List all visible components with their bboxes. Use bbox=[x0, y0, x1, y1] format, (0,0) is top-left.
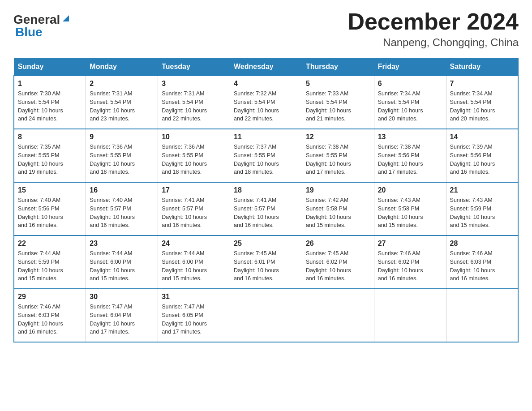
calendar-cell: 6 Sunrise: 7:34 AMSunset: 5:54 PMDayligh… bbox=[374, 76, 446, 129]
calendar-cell: 7 Sunrise: 7:34 AMSunset: 5:54 PMDayligh… bbox=[446, 76, 518, 129]
day-number: 2 bbox=[90, 80, 154, 88]
day-info: Sunrise: 7:38 AMSunset: 5:56 PMDaylight:… bbox=[378, 144, 423, 175]
header-sunday: Sunday bbox=[14, 58, 86, 76]
svg-marker-0 bbox=[63, 15, 69, 21]
day-number: 21 bbox=[450, 186, 514, 194]
calendar-cell: 18 Sunrise: 7:41 AMSunset: 5:57 PMDaylig… bbox=[230, 182, 302, 235]
header-thursday: Thursday bbox=[302, 58, 374, 76]
day-info: Sunrise: 7:39 AMSunset: 5:56 PMDaylight:… bbox=[450, 144, 495, 175]
day-info: Sunrise: 7:46 AMSunset: 6:02 PMDaylight:… bbox=[378, 250, 423, 282]
day-number: 25 bbox=[234, 240, 298, 248]
calendar-cell: 9 Sunrise: 7:36 AMSunset: 5:55 PMDayligh… bbox=[86, 129, 158, 182]
week-row-5: 29 Sunrise: 7:46 AMSunset: 6:03 PMDaylig… bbox=[14, 289, 518, 342]
week-row-1: 1 Sunrise: 7:30 AMSunset: 5:54 PMDayligh… bbox=[14, 76, 518, 129]
calendar-cell: 15 Sunrise: 7:40 AMSunset: 5:56 PMDaylig… bbox=[14, 182, 86, 235]
day-info: Sunrise: 7:44 AMSunset: 5:59 PMDaylight:… bbox=[18, 250, 63, 282]
day-number: 12 bbox=[306, 133, 370, 141]
day-info: Sunrise: 7:32 AMSunset: 5:54 PMDaylight:… bbox=[234, 90, 279, 122]
day-number: 22 bbox=[18, 240, 82, 248]
calendar-cell: 23 Sunrise: 7:44 AMSunset: 6:00 PMDaylig… bbox=[86, 235, 158, 289]
day-number: 14 bbox=[450, 133, 514, 141]
header-monday: Monday bbox=[86, 58, 158, 76]
day-number: 19 bbox=[306, 186, 370, 194]
day-info: Sunrise: 7:47 AMSunset: 6:05 PMDaylight:… bbox=[162, 304, 207, 335]
calendar-cell: 25 Sunrise: 7:45 AMSunset: 6:01 PMDaylig… bbox=[230, 235, 302, 289]
day-info: Sunrise: 7:44 AMSunset: 6:00 PMDaylight:… bbox=[90, 250, 135, 282]
calendar-table: SundayMondayTuesdayWednesdayThursdayFrid… bbox=[13, 58, 519, 342]
calendar-header-row: SundayMondayTuesdayWednesdayThursdayFrid… bbox=[14, 58, 518, 76]
week-row-3: 15 Sunrise: 7:40 AMSunset: 5:56 PMDaylig… bbox=[14, 182, 518, 235]
calendar-cell: 3 Sunrise: 7:31 AMSunset: 5:54 PMDayligh… bbox=[158, 76, 230, 129]
day-info: Sunrise: 7:35 AMSunset: 5:55 PMDaylight:… bbox=[18, 144, 63, 175]
calendar-cell: 4 Sunrise: 7:32 AMSunset: 5:54 PMDayligh… bbox=[230, 76, 302, 129]
day-number: 8 bbox=[18, 133, 82, 141]
day-number: 23 bbox=[90, 240, 154, 248]
calendar-cell: 27 Sunrise: 7:46 AMSunset: 6:02 PMDaylig… bbox=[374, 235, 446, 289]
day-info: Sunrise: 7:33 AMSunset: 5:54 PMDaylight:… bbox=[306, 90, 351, 122]
logo-blue: Blue bbox=[15, 26, 71, 39]
day-number: 18 bbox=[234, 186, 298, 194]
calendar-cell: 11 Sunrise: 7:37 AMSunset: 5:55 PMDaylig… bbox=[230, 129, 302, 182]
month-title: December 2024 bbox=[348, 9, 519, 34]
header-saturday: Saturday bbox=[446, 58, 518, 76]
day-info: Sunrise: 7:44 AMSunset: 6:00 PMDaylight:… bbox=[162, 250, 207, 282]
calendar-cell: 29 Sunrise: 7:46 AMSunset: 6:03 PMDaylig… bbox=[14, 289, 86, 342]
calendar-cell: 17 Sunrise: 7:41 AMSunset: 5:57 PMDaylig… bbox=[158, 182, 230, 235]
logo-triangle-icon bbox=[61, 13, 71, 23]
day-number: 1 bbox=[18, 80, 82, 88]
day-info: Sunrise: 7:47 AMSunset: 6:04 PMDaylight:… bbox=[90, 304, 135, 335]
day-info: Sunrise: 7:31 AMSunset: 5:54 PMDaylight:… bbox=[162, 90, 207, 122]
day-info: Sunrise: 7:46 AMSunset: 6:03 PMDaylight:… bbox=[18, 304, 63, 335]
calendar-cell: 5 Sunrise: 7:33 AMSunset: 5:54 PMDayligh… bbox=[302, 76, 374, 129]
calendar-cell: 16 Sunrise: 7:40 AMSunset: 5:57 PMDaylig… bbox=[86, 182, 158, 235]
day-number: 9 bbox=[90, 133, 154, 141]
day-number: 24 bbox=[162, 240, 226, 248]
calendar-cell: 2 Sunrise: 7:31 AMSunset: 5:54 PMDayligh… bbox=[86, 76, 158, 129]
logo-general: General bbox=[13, 13, 60, 26]
header-wednesday: Wednesday bbox=[230, 58, 302, 76]
calendar-cell: 21 Sunrise: 7:43 AMSunset: 5:59 PMDaylig… bbox=[446, 182, 518, 235]
day-number: 28 bbox=[450, 240, 514, 248]
header-tuesday: Tuesday bbox=[158, 58, 230, 76]
day-info: Sunrise: 7:31 AMSunset: 5:54 PMDaylight:… bbox=[90, 90, 135, 122]
calendar-cell: 10 Sunrise: 7:36 AMSunset: 5:55 PMDaylig… bbox=[158, 129, 230, 182]
day-info: Sunrise: 7:41 AMSunset: 5:57 PMDaylight:… bbox=[234, 197, 279, 228]
calendar-cell: 19 Sunrise: 7:42 AMSunset: 5:58 PMDaylig… bbox=[302, 182, 374, 235]
header: General Blue December 2024 Nanpeng, Chon… bbox=[13, 9, 519, 49]
calendar-cell: 13 Sunrise: 7:38 AMSunset: 5:56 PMDaylig… bbox=[374, 129, 446, 182]
day-number: 29 bbox=[18, 293, 82, 301]
calendar-cell bbox=[446, 289, 518, 342]
day-info: Sunrise: 7:42 AMSunset: 5:58 PMDaylight:… bbox=[306, 197, 351, 228]
day-info: Sunrise: 7:38 AMSunset: 5:55 PMDaylight:… bbox=[306, 144, 351, 175]
day-info: Sunrise: 7:34 AMSunset: 5:54 PMDaylight:… bbox=[450, 90, 495, 122]
title-area: December 2024 Nanpeng, Chongqing, China bbox=[348, 9, 519, 49]
calendar-cell: 26 Sunrise: 7:45 AMSunset: 6:02 PMDaylig… bbox=[302, 235, 374, 289]
day-info: Sunrise: 7:43 AMSunset: 5:58 PMDaylight:… bbox=[378, 197, 423, 228]
calendar-cell: 28 Sunrise: 7:46 AMSunset: 6:03 PMDaylig… bbox=[446, 235, 518, 289]
logo: General Blue bbox=[13, 13, 71, 39]
day-number: 5 bbox=[306, 80, 370, 88]
calendar-cell: 8 Sunrise: 7:35 AMSunset: 5:55 PMDayligh… bbox=[14, 129, 86, 182]
location-title: Nanpeng, Chongqing, China bbox=[348, 36, 519, 49]
calendar-cell: 22 Sunrise: 7:44 AMSunset: 5:59 PMDaylig… bbox=[14, 235, 86, 289]
day-info: Sunrise: 7:36 AMSunset: 5:55 PMDaylight:… bbox=[162, 144, 207, 175]
day-info: Sunrise: 7:46 AMSunset: 6:03 PMDaylight:… bbox=[450, 250, 495, 282]
calendar-cell: 24 Sunrise: 7:44 AMSunset: 6:00 PMDaylig… bbox=[158, 235, 230, 289]
calendar-cell bbox=[302, 289, 374, 342]
day-number: 13 bbox=[378, 133, 442, 141]
day-info: Sunrise: 7:45 AMSunset: 6:01 PMDaylight:… bbox=[234, 250, 279, 282]
day-info: Sunrise: 7:41 AMSunset: 5:57 PMDaylight:… bbox=[162, 197, 207, 228]
day-number: 26 bbox=[306, 240, 370, 248]
day-number: 10 bbox=[162, 133, 226, 141]
week-row-4: 22 Sunrise: 7:44 AMSunset: 5:59 PMDaylig… bbox=[14, 235, 518, 289]
calendar-cell: 14 Sunrise: 7:39 AMSunset: 5:56 PMDaylig… bbox=[446, 129, 518, 182]
calendar-cell: 1 Sunrise: 7:30 AMSunset: 5:54 PMDayligh… bbox=[14, 76, 86, 129]
calendar-cell: 31 Sunrise: 7:47 AMSunset: 6:05 PMDaylig… bbox=[158, 289, 230, 342]
calendar-cell: 12 Sunrise: 7:38 AMSunset: 5:55 PMDaylig… bbox=[302, 129, 374, 182]
day-info: Sunrise: 7:45 AMSunset: 6:02 PMDaylight:… bbox=[306, 250, 351, 282]
day-info: Sunrise: 7:40 AMSunset: 5:57 PMDaylight:… bbox=[90, 197, 135, 228]
day-info: Sunrise: 7:36 AMSunset: 5:55 PMDaylight:… bbox=[90, 144, 135, 175]
day-number: 15 bbox=[18, 186, 82, 194]
calendar-cell bbox=[374, 289, 446, 342]
day-number: 3 bbox=[162, 80, 226, 88]
